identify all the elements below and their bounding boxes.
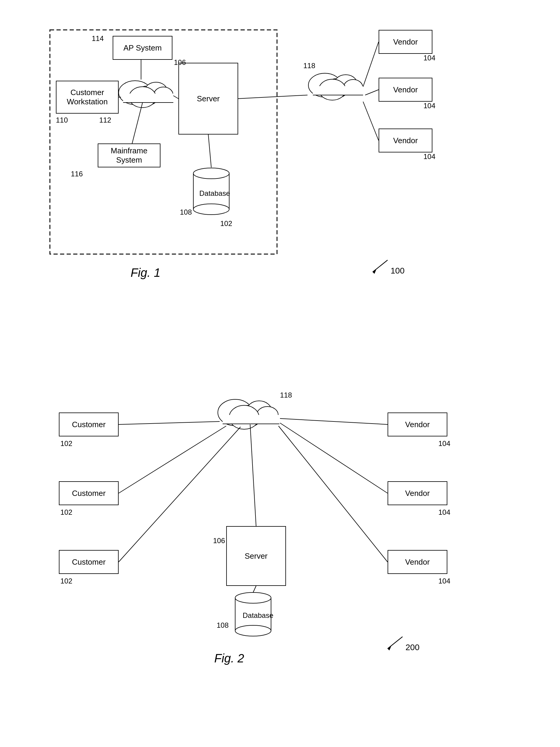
mainframe-label: Mainframe System: [111, 146, 148, 165]
cust1-ref: 102: [60, 439, 72, 448]
vendor-fig2-1-label: Vendor: [405, 420, 430, 429]
vendor2-label: Vendor: [393, 85, 418, 95]
customer-fig2-2-box: Customer: [59, 481, 118, 505]
vendor-fig2-2-label: Vendor: [405, 489, 430, 498]
svg-line-43: [253, 586, 256, 592]
vendor-fig2-3-box: Vendor: [388, 550, 447, 574]
svg-line-45: [280, 423, 388, 493]
svg-line-23: [238, 95, 308, 99]
vendor-fig1-1-box: Vendor: [379, 30, 432, 54]
svg-rect-6: [123, 94, 173, 103]
server-fig1-label: Server: [197, 94, 220, 103]
db-ref2: 102: [220, 220, 232, 228]
cust2-ref: 102: [60, 508, 72, 517]
svg-point-37: [235, 592, 271, 603]
vendor2-ref: 104: [423, 102, 435, 110]
svg-line-21: [173, 96, 179, 99]
customer-workstation-box: Customer Workstation: [56, 81, 118, 113]
ap-ref: 114: [92, 34, 104, 43]
server-fig1-box: Server: [179, 63, 238, 134]
svg-line-44: [280, 418, 388, 424]
svg-line-46: [278, 426, 388, 562]
db-fig2-label: Database: [243, 611, 273, 619]
vendor-fig2-3-ref: 104: [438, 577, 450, 585]
fig2-ref-arrow: 200: [384, 634, 421, 653]
svg-line-27: [373, 260, 388, 272]
db-fig2-ref: 108: [217, 621, 229, 629]
fig1-ref-arrow: 100: [370, 257, 405, 276]
vendor-fig2-2-box: Vendor: [388, 481, 447, 505]
customer1-label: Customer: [72, 420, 106, 429]
db-text: Database: [199, 189, 230, 197]
db-ref: 108: [180, 208, 192, 216]
customer-fig2-3-box: Customer: [59, 550, 118, 574]
svg-line-42: [250, 424, 256, 526]
vendor-fig1-3-box: Vendor: [379, 129, 432, 152]
cloud-internal-ref: 112: [99, 116, 111, 124]
svg-point-16: [193, 168, 229, 179]
svg-rect-13: [313, 86, 363, 95]
svg-point-17: [193, 204, 229, 215]
vendor-fig2-2-ref: 104: [438, 508, 450, 517]
svg-line-40: [118, 426, 226, 493]
vendor1-ref: 104: [423, 54, 435, 62]
svg-line-39: [118, 421, 220, 424]
server-ref: 106: [174, 58, 186, 67]
page: AP System 114 Customer Workstation 110 1…: [0, 0, 560, 747]
fig1-svg: [41, 21, 519, 335]
server-fig2-box: Server: [226, 526, 286, 586]
ref-100: 100: [391, 266, 405, 276]
svg-line-22: [208, 134, 211, 168]
vendor1-label: Vendor: [393, 37, 418, 47]
svg-line-47: [388, 637, 402, 649]
ref-200: 200: [405, 643, 420, 652]
ap-system-label: AP System: [124, 43, 162, 53]
fig2-svg: [41, 359, 519, 688]
server-fig2-label: Server: [245, 551, 268, 561]
vendor3-label: Vendor: [393, 136, 418, 145]
database-fig1-label-text: Database: [199, 189, 230, 198]
ap-system-box: AP System: [113, 36, 172, 60]
svg-point-38: [235, 625, 271, 636]
vendor-fig1-2-box: Vendor: [379, 78, 432, 102]
mainframe-box: Mainframe System: [98, 144, 160, 168]
vendor-fig2-3-label: Vendor: [405, 558, 430, 567]
vendor-fig2-1-ref: 104: [438, 439, 450, 448]
cloud-fig2-ref: 118: [280, 391, 292, 400]
vendor3-ref: 104: [423, 152, 435, 161]
customer-workstation-label: Customer Workstation: [67, 88, 108, 106]
fig2-title: Fig. 2: [214, 652, 244, 665]
cust3-ref: 102: [60, 577, 72, 585]
figure-2: Customer 102 Customer 102 Customer 102 1…: [41, 359, 519, 688]
cw-ref: 110: [56, 116, 68, 124]
svg-rect-0: [50, 30, 277, 254]
fig1-title: Fig. 1: [131, 266, 160, 280]
customer-fig2-1-box: Customer: [59, 413, 118, 436]
figure-1: AP System 114 Customer Workstation 110 1…: [41, 21, 519, 335]
mainframe-ref: 116: [71, 170, 83, 178]
ap-ref-label: 114: [92, 34, 104, 43]
svg-line-26: [363, 102, 379, 140]
vendor-fig2-1-box: Vendor: [388, 413, 447, 436]
svg-line-24: [363, 42, 379, 87]
customer3-label: Customer: [72, 558, 106, 567]
customer2-label: Customer: [72, 489, 106, 498]
cloud-ext-ref: 118: [303, 61, 315, 70]
svg-line-25: [365, 90, 379, 95]
server-fig2-ref: 106: [213, 537, 225, 545]
db-fig2-text: Database: [243, 611, 273, 620]
svg-rect-34: [223, 415, 279, 424]
